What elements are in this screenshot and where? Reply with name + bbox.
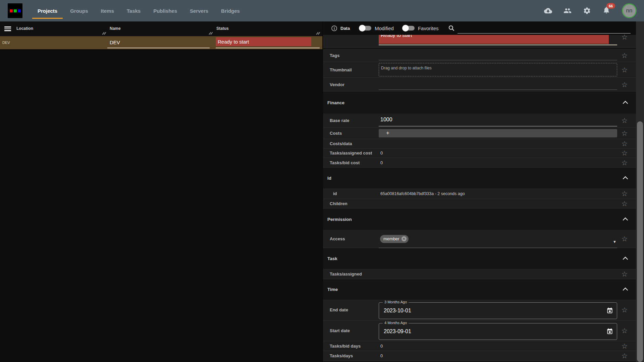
base-rate-input[interactable]: 1000 (379, 114, 617, 123)
favorite-star-icon[interactable]: ☆ (617, 81, 632, 88)
tab-bridges[interactable]: Bridges (215, 0, 246, 21)
data-label: Data (340, 26, 350, 31)
tasks-bid-cost-value: 0 (379, 160, 617, 165)
permission-section-title: Permission (327, 217, 352, 222)
tasks-bid-days-label: Tasks/bid days (323, 344, 379, 349)
favorite-star-icon[interactable]: ☆ (617, 306, 632, 313)
tasks-assigned-cost-label: Tasks/assigned cost (323, 150, 379, 156)
end-date-hint: 3 Months Ago (383, 300, 409, 304)
id-value: 65a00816afc604bb7bdf333a - 2 seconds ago (379, 191, 617, 196)
chip-close-icon[interactable]: ✕ (401, 236, 407, 241)
column-header-status[interactable]: Status (216, 26, 229, 31)
tasks-assigned-cost-value: 0 (379, 150, 617, 156)
table-header: Location Name Status (0, 21, 322, 36)
column-header-name[interactable]: Name (110, 26, 121, 31)
tasks-bid-cost-label: Tasks/bid cost (323, 160, 379, 165)
field-row-id: id 65a00816afc604bb7bdf333a - 2 seconds … (323, 188, 636, 199)
notifications-button[interactable]: 66 (602, 6, 610, 15)
field-row-vendor: Vendor ☆ (323, 78, 636, 92)
thumbnail-dropzone[interactable]: Drag and drop to attach files (379, 63, 617, 76)
tab-servers[interactable]: Servers (183, 0, 215, 21)
tab-publishes[interactable]: Publishes (147, 0, 183, 21)
cloud-download-icon[interactable] (544, 7, 552, 15)
app-logo-icon[interactable] (8, 3, 22, 18)
collapse-chevron-icon[interactable] (623, 256, 628, 262)
favorite-star-icon[interactable]: ☆ (617, 235, 632, 242)
favorite-star-icon[interactable]: ☆ (617, 149, 632, 157)
field-row-status: Ready to start ☆ (323, 35, 636, 48)
column-resize-handle[interactable] (208, 32, 213, 35)
tasks-assigned-label: Tasks/assigned (323, 272, 379, 277)
vendor-input[interactable] (379, 79, 617, 90)
start-date-input[interactable]: 4 Months Ago 2023-09-01 (379, 323, 617, 340)
menu-icon[interactable] (4, 26, 11, 31)
field-row-tasks-days: Tasks/days 0 ☆ (323, 351, 636, 361)
users-icon[interactable] (564, 7, 572, 15)
field-row-tasks-bid-cost: Tasks/bid cost 0 ☆ (323, 158, 636, 168)
start-date-label: Start date (323, 328, 379, 333)
favorite-star-icon[interactable]: ☆ (617, 352, 632, 359)
field-row-access: Access member ✕ ▼ ☆ (323, 230, 636, 248)
logo-green-square (14, 9, 17, 12)
favorite-star-icon[interactable]: ☆ (617, 140, 632, 147)
column-resize-handle[interactable] (102, 32, 106, 35)
section-header-id: Id (323, 168, 636, 188)
favorite-star-icon[interactable]: ☆ (617, 327, 632, 334)
search-input[interactable] (458, 22, 631, 34)
access-chip[interactable]: member ✕ (380, 235, 409, 243)
tab-groups[interactable]: Groups (64, 0, 94, 21)
notification-count-badge: 66 (606, 3, 615, 9)
avatar[interactable]: nn (622, 3, 637, 18)
logo-red-square (10, 9, 13, 12)
tab-tasks[interactable]: Tasks (120, 0, 147, 21)
calendar-icon[interactable] (606, 307, 613, 314)
tab-projects[interactable]: Projects (31, 0, 64, 21)
favorite-star-icon[interactable]: ☆ (617, 130, 632, 137)
task-section-title: Task (327, 256, 337, 261)
favorite-star-icon[interactable]: ☆ (617, 66, 632, 73)
dropdown-arrow-icon[interactable]: ▼ (613, 240, 616, 244)
field-row-thumbnail: Thumbnail Drag and drop to attach files … (323, 62, 636, 78)
field-row-costs-data: Costs/data ☆ (323, 139, 636, 148)
collapse-chevron-icon[interactable] (623, 288, 628, 293)
table-row[interactable]: DEV DEV Ready to start (0, 36, 322, 49)
tab-items[interactable]: Items (95, 0, 120, 21)
thumbnail-label: Thumbnail (323, 67, 379, 72)
favorite-star-icon[interactable]: ☆ (617, 343, 632, 350)
costs-add-button[interactable]: + (379, 129, 617, 137)
id-label: id (323, 191, 379, 196)
collapse-chevron-icon[interactable] (623, 176, 628, 181)
scrollbar-track[interactable] (636, 21, 644, 362)
column-resize-handle[interactable] (316, 32, 320, 35)
row-status-input[interactable]: Ready to start (216, 36, 320, 48)
time-section-title: Time (327, 287, 338, 292)
info-icon[interactable] (331, 25, 337, 32)
favorite-star-icon[interactable]: ☆ (617, 270, 632, 278)
collapse-chevron-icon[interactable] (623, 217, 628, 223)
favorite-star-icon[interactable]: ☆ (617, 52, 632, 59)
collapse-chevron-icon[interactable] (623, 101, 628, 106)
favorites-toggle[interactable] (403, 26, 415, 31)
children-label: Children (323, 201, 379, 206)
favorite-star-icon[interactable]: ☆ (617, 200, 632, 207)
tags-input[interactable] (379, 50, 617, 60)
column-header-location[interactable]: Location (16, 26, 33, 31)
finance-section-title: Finance (327, 100, 344, 105)
field-row-children: Children ☆ (323, 199, 636, 208)
favorite-star-icon[interactable]: ☆ (617, 117, 632, 124)
modified-label: Modified (375, 25, 394, 31)
field-row-tasks-assigned: Tasks/assigned ☆ (323, 269, 636, 279)
navbar: Projects Groups Items Tasks Publishes Se… (0, 0, 644, 21)
favorite-star-icon[interactable]: ☆ (617, 34, 632, 41)
favorite-star-icon[interactable]: ☆ (617, 159, 632, 166)
status-field-input[interactable]: Ready to start (379, 35, 609, 44)
gear-icon[interactable] (583, 7, 591, 15)
favorite-star-icon[interactable]: ☆ (617, 190, 632, 197)
row-name-input[interactable]: DEV (107, 37, 210, 48)
section-header-permission: Permission (323, 208, 636, 230)
search-icon[interactable] (448, 25, 455, 32)
scrollbar-thumb[interactable] (637, 121, 643, 362)
modified-toggle[interactable] (360, 26, 371, 31)
calendar-icon[interactable] (606, 328, 613, 335)
end-date-input[interactable]: 3 Months Ago 2023-10-01 (379, 302, 617, 319)
